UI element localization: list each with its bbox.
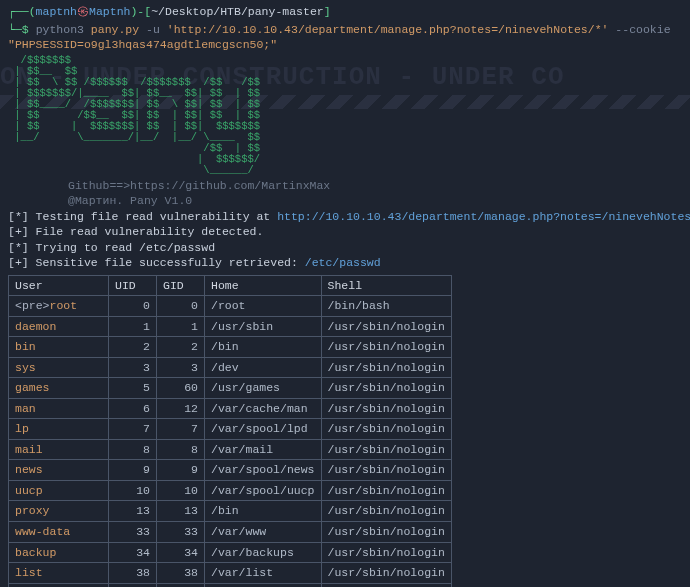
cell-user: games [9,378,109,399]
passwd-table: User UID GID Home Shell <pre>root00/root… [8,275,452,587]
prompt-open: ┌──( [8,5,36,18]
cell-uid: 13 [109,501,157,522]
cell-uid: 39 [109,583,157,587]
cell-shell: /usr/sbin/nologin [321,522,451,543]
table-header-row: User UID GID Home Shell [9,275,452,296]
cell-home: /root [205,296,322,317]
cell-home: /bin [205,501,322,522]
col-user: User [9,275,109,296]
cell-gid: 13 [157,501,205,522]
table-row: irc3939/var/run/ircd/usr/sbin/nologin [9,583,452,587]
cell-user: list [9,563,109,584]
cell-user: mail [9,439,109,460]
cell-uid: 34 [109,542,157,563]
cell-uid: 3 [109,357,157,378]
cmd-bin: python3 [36,23,84,36]
cell-user: uucp [9,480,109,501]
cell-uid: 33 [109,522,157,543]
prompt-close: )-[ [130,5,151,18]
cell-gid: 38 [157,563,205,584]
status-trying: [*] Trying to read /etc/passwd [8,240,682,256]
author-line: @Мартин. Pany V1.0 [8,193,682,209]
cell-user: irc [9,583,109,587]
cell-uid: 2 [109,337,157,358]
col-gid: GID [157,275,205,296]
cell-shell: /usr/sbin/nologin [321,398,451,419]
col-shell: Shell [321,275,451,296]
cell-uid: 10 [109,480,157,501]
cell-uid: 0 [109,296,157,317]
table-row: mail88/var/mail/usr/sbin/nologin [9,439,452,460]
cell-home: /var/cache/man [205,398,322,419]
col-uid: UID [109,275,157,296]
prompt-arrow: └─$ [8,23,29,36]
table-row: list3838/var/list/usr/sbin/nologin [9,563,452,584]
cell-gid: 1 [157,316,205,337]
cell-home: /var/backups [205,542,322,563]
cell-uid: 8 [109,439,157,460]
cell-user: lp [9,419,109,440]
cell-home: /var/spool/uucp [205,480,322,501]
cell-uid: 38 [109,563,157,584]
github-link: Github==>https://github.com/MartinxMax [8,178,682,194]
prompt-end: ] [324,5,331,18]
prompt-path-line: ┌──(maptnh㉿Maptnh)-[~/Desktop/HTB/pany-m… [8,4,682,20]
table-row: uucp1010/var/spool/uucp/usr/sbin/nologin [9,480,452,501]
cell-uid: 5 [109,378,157,399]
cell-shell: /usr/sbin/nologin [321,337,451,358]
cmd-flag-u: -u [146,23,160,36]
table-row: games560/usr/games/usr/sbin/nologin [9,378,452,399]
cell-user: man [9,398,109,419]
cell-home: /var/mail [205,439,322,460]
cell-user: news [9,460,109,481]
cell-gid: 39 [157,583,205,587]
cell-shell: /usr/sbin/nologin [321,357,451,378]
table-row: <pre>root00/root/bin/bash [9,296,452,317]
cell-shell: /usr/sbin/nologin [321,378,451,399]
prompt-path: ~/Desktop/HTB/pany-master [151,5,324,18]
table-row: bin22/bin/usr/sbin/nologin [9,337,452,358]
cmd-script: pany.py [91,23,139,36]
cell-user: proxy [9,501,109,522]
cell-gid: 34 [157,542,205,563]
cmd-cookie: "PHPSESSID=o9gl3hqas474agdtlemcgscn50;" [8,38,277,51]
cell-home: /dev [205,357,322,378]
cell-shell: /usr/sbin/nologin [321,563,451,584]
cell-gid: 33 [157,522,205,543]
cell-home: /var/list [205,563,322,584]
cell-shell: /bin/bash [321,296,451,317]
status-testing: [*] Testing file read vulnerability at h… [8,209,682,225]
table-row: man612/var/cache/man/usr/sbin/nologin [9,398,452,419]
cell-shell: /usr/sbin/nologin [321,439,451,460]
table-row: daemon11/usr/sbin/usr/sbin/nologin [9,316,452,337]
cell-home: /var/spool/lpd [205,419,322,440]
cell-user: sys [9,357,109,378]
prompt-at: ㉿ [77,5,89,18]
cell-user: daemon [9,316,109,337]
status-retrieved: [+] Sensitive file successfully retrieve… [8,255,682,271]
cell-home: /var/run/ircd [205,583,322,587]
table-row: proxy1313/bin/usr/sbin/nologin [9,501,452,522]
table-row: news99/var/spool/news/usr/sbin/nologin [9,460,452,481]
cell-gid: 9 [157,460,205,481]
cell-gid: 3 [157,357,205,378]
table-row: www-data3333/var/www/usr/sbin/nologin [9,522,452,543]
cell-uid: 6 [109,398,157,419]
cell-uid: 9 [109,460,157,481]
cell-gid: 2 [157,337,205,358]
command-line[interactable]: └─$ python3 pany.py -u 'http://10.10.10.… [8,22,682,53]
cell-uid: 1 [109,316,157,337]
cell-gid: 10 [157,480,205,501]
cell-user: www-data [9,522,109,543]
table-row: lp77/var/spool/lpd/usr/sbin/nologin [9,419,452,440]
cell-home: /usr/games [205,378,322,399]
terminal-output: ┌──(maptnh㉿Maptnh)-[~/Desktop/HTB/pany-m… [8,4,682,587]
cell-shell: /usr/sbin/nologin [321,316,451,337]
cell-user: <pre>root [9,296,109,317]
cell-shell: /usr/sbin/nologin [321,501,451,522]
cell-gid: 0 [157,296,205,317]
cell-gid: 8 [157,439,205,460]
cell-gid: 7 [157,419,205,440]
table-row: backup3434/var/backups/usr/sbin/nologin [9,542,452,563]
cell-home: /bin [205,337,322,358]
